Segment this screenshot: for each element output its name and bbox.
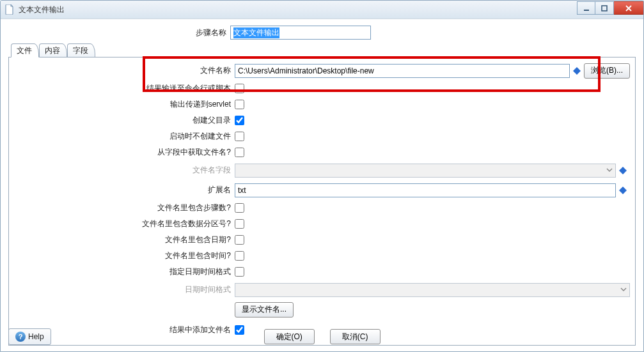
chevron-down-icon — [606, 166, 613, 175]
include-partition-row: 文件名里包含数据分区号? — [14, 217, 630, 231]
include-stepnr-label: 文件名里包含步骤数? — [14, 203, 235, 213]
filename-from-field-row: 从字段中获取文件名? — [14, 145, 630, 160]
tab-bar: 文件 内容 字段 — [8, 43, 636, 57]
maximize-button[interactable] — [595, 1, 614, 15]
extension-row: 扩展名 — [14, 181, 630, 199]
filename-field-select — [235, 164, 616, 178]
datetime-fmt-label: 日期时间格式 — [14, 284, 235, 295]
show-filenames-row: 显示文件名... — [14, 300, 630, 319]
file-name-label: 文件名称 — [14, 65, 235, 76]
footer: ? Help 确定(O) 取消(C) — [8, 327, 636, 346]
filename-from-field-label: 从字段中获取文件名? — [14, 147, 235, 158]
include-partition-label: 文件名里包含数据分区号? — [14, 218, 235, 229]
run-as-cmd-label: 结果输送至命令行或脚本 — [14, 83, 235, 94]
run-as-cmd-row: 结果输送至命令行或脚本 — [14, 81, 630, 96]
specify-fmt-row: 指定日期时间格式 — [14, 264, 630, 279]
create-parent-label: 创建父目录 — [14, 115, 235, 126]
dialog-window: 文本文件输出 步骤名称 文本文件输出 文件 内容 字段 文件名称 浏览(B)..… — [0, 0, 644, 352]
footer-buttons: 确定(O) 取消(C) — [264, 329, 381, 344]
svg-rect-0 — [584, 10, 589, 11]
step-name-input[interactable]: 文本文件输出 — [230, 26, 371, 40]
tab-file[interactable]: 文件 — [11, 43, 39, 57]
include-date-checkbox[interactable] — [235, 235, 244, 245]
output-servlet-checkbox[interactable] — [235, 100, 244, 109]
step-name-value: 文本文件输出 — [233, 27, 279, 38]
file-name-input[interactable] — [235, 64, 570, 78]
output-servlet-label: 输出传递到servlet — [14, 99, 235, 110]
tab-fields[interactable]: 字段 — [67, 43, 95, 57]
client-area: 步骤名称 文本文件输出 文件 内容 字段 文件名称 浏览(B)... 结果输送至… — [1, 19, 643, 351]
minimize-button[interactable] — [577, 1, 595, 15]
filename-field-row: 文件名字段 — [14, 161, 630, 180]
svg-rect-1 — [602, 6, 607, 11]
close-button[interactable] — [614, 1, 644, 15]
include-partition-checkbox[interactable] — [235, 219, 244, 229]
create-parent-row: 创建父目录 — [14, 113, 630, 128]
include-time-checkbox[interactable] — [235, 251, 244, 261]
include-date-label: 文件名里包含日期? — [14, 234, 235, 245]
help-icon: ? — [15, 332, 26, 342]
include-time-row: 文件名里包含时间? — [14, 249, 630, 263]
no-create-start-checkbox[interactable] — [235, 132, 244, 141]
cancel-button[interactable]: 取消(C) — [330, 329, 381, 344]
step-name-label: 步骤名称 — [8, 27, 230, 38]
ok-button[interactable]: 确定(O) — [264, 329, 315, 344]
include-stepnr-row: 文件名里包含步骤数? — [14, 201, 630, 215]
browse-button[interactable]: 浏览(B)... — [584, 63, 630, 79]
show-filenames-button[interactable]: 显示文件名... — [235, 302, 294, 318]
chevron-down-icon — [620, 286, 627, 295]
include-date-row: 文件名里包含日期? — [14, 233, 630, 247]
title-bar: 文本文件输出 — [1, 1, 643, 19]
filename-field-label: 文件名字段 — [14, 165, 235, 176]
include-time-label: 文件名里包含时间? — [14, 250, 235, 261]
create-parent-checkbox[interactable] — [235, 116, 244, 125]
file-panel: 文件名称 浏览(B)... 结果输送至命令行或脚本 输出传递到servlet 创… — [8, 57, 636, 346]
tab-content[interactable]: 内容 — [39, 43, 67, 57]
extension-input[interactable] — [235, 183, 616, 197]
specify-fmt-checkbox[interactable] — [235, 267, 244, 277]
specify-fmt-label: 指定日期时间格式 — [14, 266, 235, 277]
variable-diamond-icon[interactable] — [572, 66, 581, 75]
file-name-row: 文件名称 浏览(B)... — [14, 61, 630, 80]
datetime-fmt-row: 日期时间格式 — [14, 280, 630, 299]
run-as-cmd-checkbox[interactable] — [235, 84, 244, 93]
no-create-start-label: 启动时不创建文件 — [14, 131, 235, 142]
no-create-start-row: 启动时不创建文件 — [14, 129, 630, 144]
window-buttons — [577, 1, 644, 15]
include-stepnr-checkbox[interactable] — [235, 203, 244, 213]
datetime-fmt-select — [235, 283, 630, 297]
help-label: Help — [28, 332, 44, 341]
variable-diamond-icon[interactable] — [618, 166, 627, 175]
document-icon — [4, 4, 15, 15]
window-title: 文本文件输出 — [19, 4, 577, 15]
step-name-row: 步骤名称 文本文件输出 — [8, 26, 636, 40]
help-button[interactable]: ? Help — [8, 328, 51, 345]
variable-diamond-icon[interactable] — [618, 186, 627, 195]
filename-from-field-checkbox[interactable] — [235, 148, 244, 157]
extension-label: 扩展名 — [14, 185, 235, 195]
output-servlet-row: 输出传递到servlet — [14, 97, 630, 112]
